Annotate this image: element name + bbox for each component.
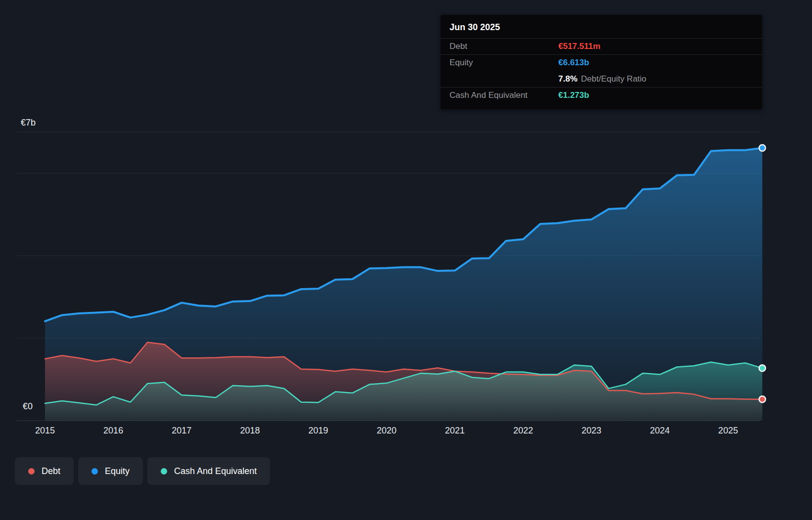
debt-equity-chart-page: €7b €0 201520162017201820192020202120222… [0, 0, 812, 520]
x-axis-label-2025: 2025 [718, 426, 738, 436]
chart-tooltip: Jun 30 2025 Debt €517.511m Equity €6.613… [441, 15, 762, 109]
x-axis-label-2018: 2018 [240, 426, 260, 436]
debt-endpoint-dot [759, 396, 766, 402]
x-axis-label-2017: 2017 [172, 426, 191, 436]
tooltip-cash-value: €1.273b [558, 90, 589, 100]
legend-label-equity: Equity [105, 466, 130, 477]
equity-legend-dot-icon [91, 468, 98, 475]
tooltip-debt-label: Debt [450, 42, 558, 51]
x-axis-label-2019: 2019 [309, 426, 328, 436]
legend-item-cash[interactable]: Cash And Equivalent [147, 457, 270, 485]
tooltip-ratio-value: 7.8% [558, 74, 578, 84]
legend: Debt Equity Cash And Equivalent [15, 457, 270, 485]
legend-item-equity[interactable]: Equity [78, 457, 143, 485]
y-axis-label-top: €7b [21, 118, 36, 128]
tooltip-ratio-row: 7.8%Debt/Equity Ratio [441, 71, 762, 87]
tooltip-cash-row: Cash And Equivalent €1.273b [441, 87, 762, 103]
equity-endpoint-dot [759, 145, 766, 151]
legend-item-debt[interactable]: Debt [15, 457, 74, 485]
x-axis-label-2024: 2024 [650, 426, 670, 436]
y-axis-label-zero: €0 [23, 401, 33, 412]
tooltip-equity-row: Equity €6.613b [441, 54, 762, 71]
x-axis-label-2022: 2022 [513, 426, 533, 436]
x-axis-label-2020: 2020 [377, 426, 397, 436]
debt-legend-dot-icon [28, 468, 35, 475]
tooltip-debt-value: €517.511m [558, 42, 600, 51]
tooltip-debt-row: Debt €517.511m [441, 38, 762, 54]
cash-and-equivalent-endpoint-dot [759, 365, 766, 371]
tooltip-equity-value: €6.613b [558, 58, 589, 68]
x-axis: 2015201620172018201920202021202220232024… [0, 426, 812, 438]
tooltip-ratio: 7.8%Debt/Equity Ratio [558, 74, 646, 84]
x-axis-label-2021: 2021 [445, 426, 465, 436]
tooltip-date: Jun 30 2025 [441, 15, 762, 38]
legend-label-debt: Debt [42, 466, 60, 477]
x-axis-label-2023: 2023 [582, 426, 601, 436]
tooltip-equity-label: Equity [450, 58, 558, 68]
x-axis-label-2015: 2015 [35, 426, 55, 436]
legend-label-cash: Cash And Equivalent [174, 466, 257, 477]
cash-legend-dot-icon [161, 468, 167, 475]
tooltip-cash-label: Cash And Equivalent [450, 90, 558, 100]
x-axis-label-2016: 2016 [103, 426, 123, 436]
tooltip-ratio-label: Debt/Equity Ratio [581, 74, 646, 84]
